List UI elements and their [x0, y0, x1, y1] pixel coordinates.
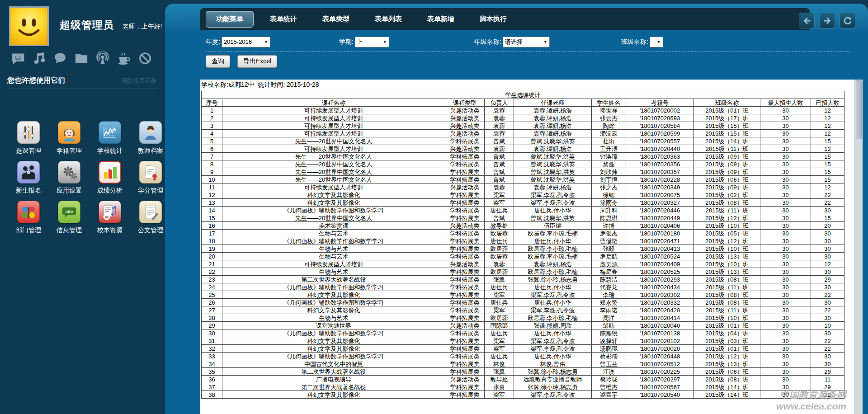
year-select[interactable]: 2015-2016▼ — [222, 37, 270, 47]
cell-index: 9 — [202, 168, 222, 176]
cell-class-name: 2015级（08）班 — [694, 291, 760, 299]
tab-表单类型[interactable]: 表单类型 — [322, 15, 349, 24]
app-teacher-files[interactable]: 教师档案 — [132, 121, 169, 161]
music-icon[interactable] — [32, 51, 46, 66]
app-app-settings[interactable]: 应用设置 — [51, 161, 88, 201]
app-school-stats[interactable]: 学校统计 — [91, 121, 128, 161]
query-button[interactable]: 查询 — [206, 55, 230, 68]
cell-exam-no: '180107020420 — [626, 306, 694, 314]
cell-teachers: 梁军,李磊,孔令波 — [514, 391, 592, 399]
app-doc-mgmt[interactable]: 公文管理 — [132, 201, 169, 240]
cell-course-type: 学科拓展类 — [445, 314, 485, 322]
chevron-down-icon: ▼ — [541, 40, 547, 44]
app-student-status[interactable]: 学籍管理 — [51, 121, 88, 161]
cell-course-name: 先生——20世界中国文化名人 — [222, 214, 445, 222]
table-row: 17生物与艺术学科拓展类欧居蓉欧居蓉,李小琼,毛楠罗俊杰'18010702018… — [202, 230, 844, 237]
app-school-res[interactable]: 校本资源 — [91, 201, 128, 240]
refresh-button[interactable] — [840, 13, 855, 28]
cell-max-enroll: 30 — [760, 122, 811, 130]
term-select[interactable]: 上▼ — [355, 37, 389, 47]
message-icon[interactable] — [11, 51, 24, 66]
tab-表单列表[interactable]: 表单列表 — [375, 15, 402, 24]
table-row: 3可持续发展型人才培训兴趣活动类袁蓉袁蓉,谭妍,杨浩陶烨'18010702058… — [202, 122, 844, 130]
cell-index: 21 — [202, 260, 222, 268]
cell-enrolled: 30 — [811, 329, 844, 337]
cell-max-enroll: 30 — [760, 168, 811, 176]
cell-student-name: 潘沅辰 — [592, 130, 626, 137]
tab-脚本执行[interactable]: 脚本执行 — [480, 15, 507, 24]
cell-exam-no: '180107020599 — [626, 130, 694, 137]
cell-course-name: 可持续发展型人才培训 — [222, 122, 445, 130]
app-settings-icon — [58, 161, 80, 183]
grade-select[interactable]: 请选择▼ — [503, 37, 550, 47]
cell-teachers: 张翼,徐小玲,杨志勇 — [514, 368, 592, 376]
cell-index: 17 — [202, 230, 222, 237]
cell-teachers: 梁军,李磊,孔令波 — [514, 199, 592, 207]
cell-course-type: 学科拓展类 — [445, 153, 485, 160]
cell-student-name: 周升科 — [592, 207, 626, 214]
cell-manager: 梁军 — [485, 306, 514, 314]
cell-exam-no: '180107020448 — [626, 353, 694, 360]
cell-course-name: 《几何画板》辅助数学作图和数学学习 — [222, 299, 445, 306]
cell-course-name: 先生——20世界中国文化名人 — [222, 160, 445, 168]
cell-course-name: 课堂沟通世界 — [222, 322, 445, 329]
cell-manager: 教导处 — [485, 376, 514, 383]
folder-icon[interactable] — [75, 51, 88, 66]
cell-max-enroll: 30 — [760, 253, 811, 260]
cell-course-type: 学科拓展类 — [445, 383, 485, 391]
cell-course-type: 兴趣活动类 — [445, 322, 485, 329]
cell-class-name: 2015级（05）班 — [694, 230, 760, 237]
tab-表单统计[interactable]: 表单统计 — [270, 15, 297, 24]
cell-enrolled: 20 — [811, 222, 844, 230]
cell-index: 14 — [202, 207, 222, 214]
col-header-enrolled: 已招人数 — [811, 99, 844, 107]
vertical-scrollbar[interactable] — [854, 80, 863, 414]
cell-exam-no: '180107020349 — [626, 183, 694, 191]
app-label: 教师档案 — [138, 147, 163, 155]
cell-exam-no: '180107020524 — [626, 253, 694, 260]
table-row: 36广播电视编导兴趣活动类教导处远航教育专业播音教师樊玲珑'1801070202… — [202, 376, 844, 383]
app-score-analysis[interactable]: 成绩分析 — [91, 161, 128, 201]
main-panel: 功能菜单表单统计表单类型表单列表表单新增脚本执行 年度: 2015-2016▼ … — [165, 4, 868, 414]
app-credit-mgmt[interactable]: 学分管理 — [132, 161, 169, 201]
app-dept-mgmt[interactable]: 部门管理 — [10, 201, 47, 240]
clear-history-link[interactable]: 清除使用记录 — [121, 77, 156, 85]
forward-button[interactable] — [819, 13, 835, 28]
cell-class-name: 2015级（09）班 — [694, 160, 760, 168]
cell-teachers: 唐仕兵,付小华 — [514, 237, 592, 245]
block-icon[interactable] — [138, 51, 152, 66]
table-row: 27科幻文学及其影像化学科拓展类梁军梁军,李磊,孔令波李雨诺'180107020… — [202, 306, 844, 314]
cell-enrolled: 12 — [811, 183, 844, 191]
app-label: 公文管理 — [138, 226, 163, 235]
app-info-mgmt[interactable]: info信息管理 — [51, 201, 88, 240]
cell-manager: 梁军 — [485, 191, 514, 199]
scrollbar-thumb[interactable] — [856, 80, 862, 139]
app-course-select[interactable]: 选课管理 — [10, 121, 47, 161]
cell-student-name: 许博 — [592, 222, 626, 230]
app-new-enroll[interactable]: 新生报名 — [10, 161, 47, 201]
cell-enrolled: 22 — [811, 391, 844, 399]
cell-course-name: 第二次世界大战著名战役 — [222, 368, 445, 376]
cell-enrolled: 30 — [811, 299, 844, 306]
avatar[interactable] — [9, 6, 49, 46]
table-row: 25科幻文学及其影像化学科拓展类梁军梁军,李磊,孔令波李瑞'1801070203… — [202, 291, 844, 299]
coffee-icon[interactable] — [117, 51, 131, 66]
broadcast-icon[interactable] — [96, 51, 109, 66]
back-button[interactable] — [799, 13, 815, 28]
cell-course-type: 学科拓展类 — [445, 176, 485, 183]
app-label: 选课管理 — [16, 147, 41, 155]
cell-student-name: 罗启航 — [592, 253, 626, 260]
cell-manager: 欧居蓉 — [485, 230, 514, 237]
tab-表单新增[interactable]: 表单新增 — [427, 15, 454, 24]
chat-icon[interactable] — [53, 51, 67, 66]
cell-enrolled: 15 — [811, 160, 844, 168]
table-row: 21可持续发展型人才培训兴趣活动类袁蓉袁蓉,谭妍,杨浩殷昊源'180107020… — [202, 260, 844, 268]
class-select[interactable]: ▼ — [650, 37, 663, 47]
report-area: 学校名称:成都12中 统计时间: 2015-10-28 学生选课统计 序号课程名… — [200, 80, 854, 414]
export-excel-button[interactable]: 导出Excel — [237, 55, 277, 68]
cell-enrolled: 22 — [811, 191, 844, 199]
cell-exam-no: '180107020302 — [626, 291, 694, 299]
cell-course-type: 学科拓展类 — [445, 391, 485, 399]
table-row: 30《几何画板》辅助数学作图和数学学习学科拓展类唐仕兵唐仕兵,付小华陈瀚锐'18… — [202, 329, 844, 337]
tab-功能菜单[interactable]: 功能菜单 — [206, 11, 254, 28]
